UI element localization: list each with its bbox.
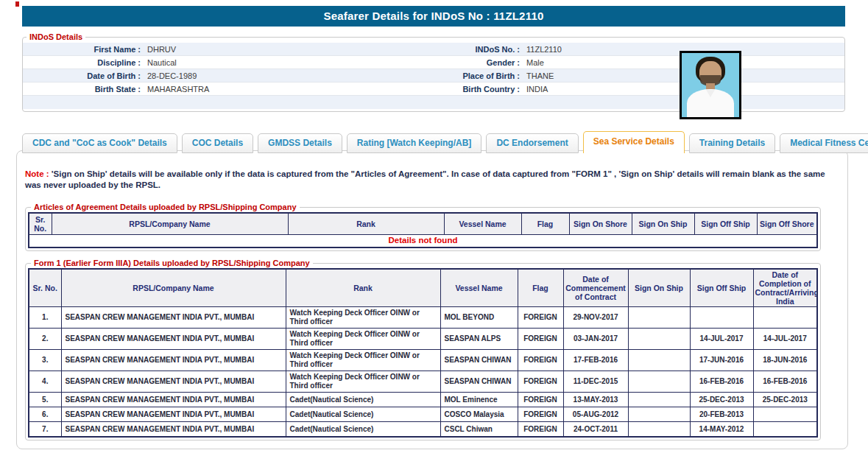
cell-sign-on-ship [628, 407, 690, 422]
cell-company-name: SEASPAN CREW MANAGEMENT INDIA PVT., MUMB… [61, 307, 286, 329]
col-sign-on-shore: Sign On Shore [569, 213, 632, 235]
cell-sign-off-ship: 20-FEB-2013 [690, 407, 753, 422]
tab-medical-fitness-certificate[interactable]: Medical Fitness Certificate [780, 133, 868, 153]
birth-country-label: Birth Country : [409, 82, 523, 96]
tab-content-panel: Note : 'Sign on Ship' details will be av… [16, 150, 848, 449]
cell-date-of-commencement: 03-JAN-2017 [563, 329, 628, 350]
col-vessel-name: Vessel Name [440, 269, 518, 307]
cell-sr-no: 6. [29, 407, 61, 422]
cell-date-of-commencement: 11-DEC-2015 [563, 371, 628, 393]
cell-sr-no: 4. [29, 371, 61, 393]
articles-table: Sr. No. RPSL/Company Name Rank Vessel Na… [28, 212, 818, 248]
cell-flag: FOREIGN [518, 422, 563, 437]
col-rank: Rank [286, 269, 440, 307]
tab-gmdss-details[interactable]: GMDSS Details [258, 133, 342, 153]
tab-sea-service-details[interactable]: Sea Service Details [583, 131, 685, 153]
cell-sign-on-ship [628, 393, 690, 407]
tab-cdc-coc-as-cook-details[interactable]: CDC and "CoC as Cook" Details [22, 133, 177, 153]
cell-vessel-name: MOL Eminence [440, 393, 518, 407]
col-sign-off-ship: Sign Off Ship [690, 269, 753, 307]
form1-section: Form 1 (Earlier Form IIIA) Details uploa… [25, 259, 821, 440]
cell-date-of-completion [753, 407, 817, 422]
cell-date-of-completion: 14-JUL-2017 [753, 329, 817, 350]
col-flag: Flag [521, 213, 569, 235]
cell-date-of-commencement: 13-MAY-2013 [563, 393, 628, 407]
cell-sr-no: 1. [29, 307, 61, 329]
cell-company-name: SEASPAN CREW MANAGEMENT INDIA PVT., MUMB… [61, 329, 286, 350]
cell-date-of-completion: 25-DEC-2013 [753, 393, 817, 407]
discipline-label: Discipline : [23, 56, 144, 69]
cell-sign-on-ship [628, 371, 690, 393]
cell-flag: FOREIGN [518, 393, 563, 407]
cell-flag: FOREIGN [518, 350, 563, 371]
empty-row: Details not found [29, 235, 817, 247]
cell-date-of-completion: 18-JUN-2016 [753, 350, 817, 371]
table-row: 6. SEASPAN CREW MANAGEMENT INDIA PVT., M… [29, 407, 817, 422]
tab-training-details[interactable]: Training Details [689, 133, 775, 153]
cell-rank: Cadet(Nautical Science) [286, 393, 440, 407]
gender-label: Gender : [409, 56, 523, 69]
cell-sr-no: 3. [29, 350, 61, 371]
col-date-of-commencement: Date of Commencement of Contract [563, 269, 628, 307]
note-text: Note : 'Sign on Ship' details will be av… [25, 169, 829, 191]
cell-vessel-name: COSCO Malaysia [440, 407, 518, 422]
cell-sign-off-ship: 14-MAY-2012 [690, 422, 753, 437]
cell-flag: FOREIGN [518, 407, 563, 422]
col-rpsl-company-name: RPSL/Company Name [52, 213, 288, 235]
indos-details-section: INDoS Details First Name : DHRUV INDoS N… [22, 32, 845, 112]
cell-vessel-name: MOL BEYOND [440, 307, 518, 329]
col-sr-no: Sr. No. [29, 213, 52, 235]
table-row: 4. SEASPAN CREW MANAGEMENT INDIA PVT., M… [29, 371, 817, 393]
discipline-value: Nautical [144, 56, 409, 69]
note-prefix: Note : [25, 169, 49, 178]
table-row: 3. SEASPAN CREW MANAGEMENT INDIA PVT., M… [29, 350, 817, 371]
seafarer-details-page: Seafarer Details for INDoS No : 11ZL2110… [0, 0, 868, 453]
date-of-birth-label: Date of Birth : [23, 69, 144, 82]
cell-vessel-name: SEASPAN ALPS [440, 329, 518, 350]
form1-table: Sr. No. RPSL/Company Name Rank Vessel Na… [28, 268, 818, 438]
place-of-birth-label: Place of Birth : [409, 69, 523, 82]
cell-company-name: SEASPAN CREW MANAGEMENT INDIA PVT., MUMB… [61, 407, 286, 422]
page-title: Seafarer Details for INDoS No : 11ZL2110 [324, 10, 544, 22]
details-not-found-message: Details not found [29, 235, 817, 247]
cell-date-of-commencement: 17-FEB-2016 [563, 350, 628, 371]
col-sign-on-ship: Sign On Ship [632, 213, 694, 235]
form1-header-row: Sr. No. RPSL/Company Name Rank Vessel Na… [29, 269, 817, 307]
cell-date-of-commencement: 24-OCT-2011 [563, 422, 628, 437]
cell-date-of-completion [753, 307, 817, 329]
table-row: 7. SEASPAN CREW MANAGEMENT INDIA PVT., M… [29, 422, 817, 437]
tab-dc-endorsement[interactable]: DC Endorsement [486, 133, 578, 153]
cell-rank: Cadet(Nautical Science) [286, 422, 440, 437]
table-row: 5. SEASPAN CREW MANAGEMENT INDIA PVT., M… [29, 393, 817, 407]
note-body: 'Sign on Ship' details will be available… [25, 169, 825, 189]
cell-company-name: SEASPAN CREW MANAGEMENT INDIA PVT., MUMB… [61, 350, 286, 371]
cell-rank: Cadet(Nautical Science) [286, 407, 440, 422]
col-sign-off-shore: Sign Off Shore [757, 213, 817, 235]
cell-sr-no: 2. [29, 329, 61, 350]
form1-table-body: 1. SEASPAN CREW MANAGEMENT INDIA PVT., M… [29, 307, 817, 437]
table-row: 1. SEASPAN CREW MANAGEMENT INDIA PVT., M… [29, 307, 817, 329]
cell-sign-off-ship: 25-DEC-2013 [690, 393, 753, 407]
cell-date-of-commencement: 05-AUG-2012 [563, 407, 628, 422]
cell-sign-off-ship: 17-JUN-2016 [690, 350, 753, 371]
tab-bar: CDC and "CoC as Cook" Details COC Detail… [22, 131, 868, 153]
cell-flag: FOREIGN [518, 307, 563, 329]
cell-sign-off-ship: 16-FEB-2016 [690, 371, 753, 393]
cell-sign-on-ship [628, 422, 690, 437]
col-date-of-completion: Date of Completion of Contract/Arriving … [753, 269, 817, 307]
artifact-mark [15, 1, 19, 7]
cell-date-of-commencement: 29-NOV-2017 [563, 307, 628, 329]
tab-coc-details[interactable]: COC Details [182, 133, 253, 153]
cell-sign-on-ship [628, 307, 690, 329]
first-name-value: DHRUV [144, 43, 409, 56]
cell-flag: FOREIGN [518, 329, 563, 350]
cell-company-name: SEASPAN CREW MANAGEMENT INDIA PVT., MUMB… [61, 393, 286, 407]
col-sign-on-ship: Sign On Ship [628, 269, 690, 307]
articles-legend: Articles of Agreement Details uploaded b… [31, 203, 300, 211]
col-rank: Rank [288, 213, 444, 235]
cell-date-of-completion [753, 422, 817, 437]
date-of-birth-value: 28-DEC-1989 [144, 69, 409, 82]
indos-details-legend: INDoS Details [27, 32, 85, 41]
tab-rating-watch-keeping-ab[interactable]: Rating [Watch Keeping/AB] [347, 133, 482, 153]
first-name-label: First Name : [23, 43, 144, 56]
